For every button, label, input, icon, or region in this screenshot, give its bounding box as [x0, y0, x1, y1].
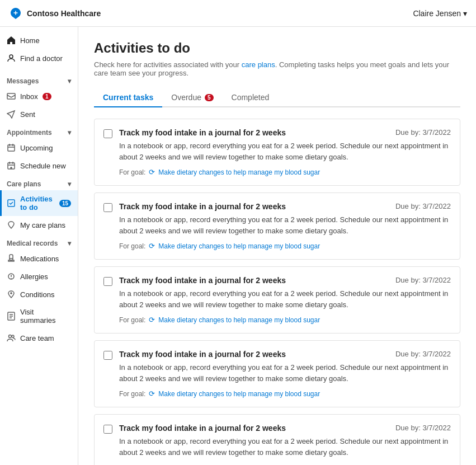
page-subtitle: Check here for activities associated wit…: [94, 60, 460, 77]
app-title: Contoso Healthcare: [27, 9, 101, 18]
app-logo: [9, 7, 22, 20]
tab-completed[interactable]: Completed: [223, 88, 279, 107]
sidebar: Home Find a doctor Messages ▾ Inbox 1: [0, 27, 78, 465]
care-team-icon: [7, 334, 16, 342]
goal-icon-1: ⟳: [149, 168, 155, 176]
activities-badge: 15: [59, 200, 71, 207]
messages-section-header: Messages ▾: [0, 72, 78, 87]
sidebar-item-schedule-new[interactable]: Schedule new: [0, 157, 78, 175]
svg-rect-5: [10, 255, 13, 260]
task-body-1: Track my food intake in a journal for 2 …: [119, 128, 451, 176]
goal-icon-4: ⟳: [149, 389, 155, 398]
upcoming-icon: [7, 143, 16, 152]
task-due-1: Due by: 3/7/2022: [395, 128, 451, 137]
sidebar-item-sent[interactable]: Sent: [0, 105, 78, 123]
sidebar-item-medications[interactable]: Medications: [0, 250, 78, 267]
svg-point-9: [12, 335, 14, 337]
task-checkbox-4[interactable]: [103, 351, 112, 360]
medications-icon: [7, 254, 16, 263]
table-row: Track my food intake in a journal for 2 …: [94, 340, 460, 407]
appointments-chevron[interactable]: ▾: [68, 129, 71, 137]
task-title-2: Track my food intake in a journal for 2 …: [119, 202, 286, 211]
task-checkbox-3[interactable]: [103, 277, 112, 286]
tab-current-tasks[interactable]: Current tasks: [94, 88, 162, 107]
main-content: Activities to do Check here for activiti…: [78, 27, 476, 465]
goal-icon-2: ⟳: [149, 242, 155, 250]
task-due-5: Due by: 3/7/2022: [395, 424, 451, 432]
overdue-badge: 5: [205, 94, 214, 101]
top-nav: Contoso Healthcare Claire Jensen ▾: [0, 0, 476, 27]
task-due-2: Due by: 3/7/2022: [395, 202, 451, 210]
task-desc-5: In a notebook or app, record everything …: [119, 436, 451, 458]
table-row: Track my food intake in a journal for 2 …: [94, 119, 460, 186]
task-due-3: Due by: 3/7/2022: [395, 276, 451, 284]
visit-summaries-icon: [7, 312, 16, 321]
appointments-section-header: Appointments ▾: [0, 123, 78, 139]
svg-rect-2: [8, 145, 15, 151]
user-name: Claire Jensen: [413, 9, 461, 18]
task-tabs: Current tasks Overdue 5 Completed: [94, 88, 460, 107]
table-row: Track my food intake in a journal for 2 …: [94, 414, 460, 465]
care-plans-icon: [7, 220, 16, 229]
task-goal-link-4[interactable]: Make dietary changes to help manage my b…: [158, 390, 320, 398]
sidebar-item-allergies[interactable]: Allergies: [0, 267, 78, 285]
table-row: Track my food intake in a journal for 2 …: [94, 192, 460, 260]
task-body-2: Track my food intake in a journal for 2 …: [119, 202, 451, 250]
tab-overdue[interactable]: Overdue 5: [162, 88, 222, 107]
main-layout: Home Find a doctor Messages ▾ Inbox 1: [0, 27, 476, 465]
goal-icon-3: ⟳: [149, 316, 155, 324]
task-desc-1: In a notebook or app, record everything …: [119, 140, 451, 162]
inbox-badge: 1: [43, 93, 51, 100]
care-plans-chevron[interactable]: ▾: [68, 180, 71, 188]
task-body-3: Track my food intake in a journal for 2 …: [119, 276, 451, 324]
task-body-5: Track my food intake in a journal for 2 …: [119, 424, 451, 465]
user-menu[interactable]: Claire Jensen ▾: [413, 9, 467, 18]
allergies-icon: [7, 272, 16, 281]
task-desc-3: In a notebook or app, record everything …: [119, 288, 451, 310]
task-goal-link-1[interactable]: Make dietary changes to help manage my b…: [158, 168, 320, 176]
sidebar-item-home[interactable]: Home: [0, 31, 78, 49]
task-desc-4: In a notebook or app, record everything …: [119, 362, 451, 384]
task-desc-2: In a notebook or app, record everything …: [119, 214, 451, 236]
svg-point-8: [9, 335, 12, 338]
app-brand: Contoso Healthcare: [9, 7, 101, 20]
sidebar-item-find-doctor[interactable]: Find a doctor: [0, 49, 78, 67]
home-icon: [7, 36, 16, 45]
task-checkbox-1[interactable]: [103, 129, 112, 138]
task-title-3: Track my food intake in a journal for 2 …: [119, 276, 286, 285]
sidebar-item-my-care-plans[interactable]: My care plans: [0, 216, 78, 234]
medical-records-section-header: Medical records ▾: [0, 234, 78, 250]
task-list: Track my food intake in a journal for 2 …: [94, 119, 460, 465]
chevron-down-icon: ▾: [463, 9, 467, 18]
doctor-icon: [7, 54, 16, 63]
care-plans-section-header: Care plans ▾: [0, 175, 78, 190]
page-title: Activities to do: [94, 40, 460, 56]
sidebar-item-visit-summaries[interactable]: Visit summaries: [0, 303, 78, 329]
task-due-4: Due by: 3/7/2022: [395, 350, 451, 358]
task-title-1: Track my food intake in a journal for 2 …: [119, 128, 286, 137]
care-plans-link[interactable]: care plans: [242, 60, 275, 69]
task-goal-3: For goal: ⟳ Make dietary changes to help…: [119, 316, 451, 324]
task-goal-link-2[interactable]: Make dietary changes to help manage my b…: [158, 242, 320, 250]
task-goal-1: For goal: ⟳ Make dietary changes to help…: [119, 168, 451, 176]
svg-point-0: [10, 55, 13, 58]
task-goal-4: For goal: ⟳ Make dietary changes to help…: [119, 389, 451, 398]
task-title-4: Track my food intake in a journal for 2 …: [119, 350, 286, 359]
task-body-4: Track my food intake in a journal for 2 …: [119, 350, 451, 398]
sidebar-item-inbox[interactable]: Inbox 1: [0, 87, 78, 105]
task-goal-link-3[interactable]: Make dietary changes to help manage my b…: [158, 316, 320, 324]
schedule-icon: [7, 161, 16, 170]
task-checkbox-2[interactable]: [103, 203, 112, 212]
messages-chevron[interactable]: ▾: [68, 77, 71, 85]
task-goal-2: For goal: ⟳ Make dietary changes to help…: [119, 242, 451, 250]
inbox-icon: [7, 92, 16, 101]
sidebar-item-activities[interactable]: Activities to do 15: [0, 190, 78, 216]
conditions-icon: [7, 290, 16, 299]
sidebar-item-care-team[interactable]: Care team: [0, 329, 78, 347]
task-title-5: Track my food intake in a journal for 2 …: [119, 424, 286, 433]
sidebar-item-conditions[interactable]: Conditions: [0, 285, 78, 303]
task-checkbox-5[interactable]: [103, 425, 112, 434]
medical-records-chevron[interactable]: ▾: [68, 239, 71, 247]
sidebar-item-upcoming[interactable]: Upcoming: [0, 139, 78, 157]
activities-icon: [7, 199, 16, 208]
